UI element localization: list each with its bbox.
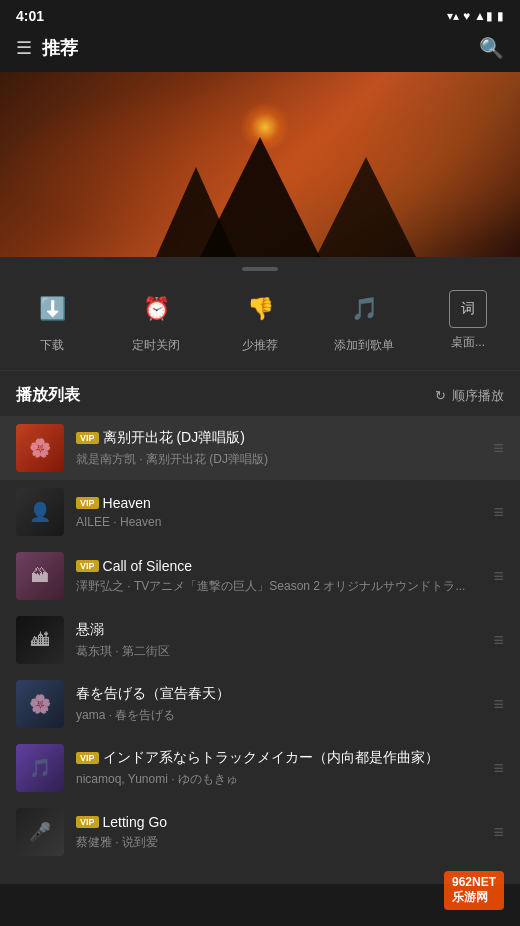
menu-icon[interactable]: ☰ — [16, 37, 32, 59]
track-subtitle: 就是南方凯 · 离别开出花 (DJ弹唱版) — [76, 451, 477, 468]
play-order-label: 顺序播放 — [452, 387, 504, 405]
track-info: VIP Heaven AILEE · Heaven — [76, 495, 477, 529]
page-title: 推荐 — [42, 36, 78, 60]
track-subtitle: 澤野弘之 · TVアニメ「進撃の巨人」Season 2 オリジナルサウンドトラ.… — [76, 578, 477, 595]
timer-button[interactable]: ⏰ 定时关闭 — [121, 287, 191, 354]
track-item[interactable]: 🏙 悬溺 葛东琪 · 第二街区 ≡ — [0, 608, 520, 672]
thumb-visual: 🏔 — [16, 552, 64, 600]
track-name: VIP Call of Silence — [76, 558, 477, 574]
add-playlist-label: 添加到歌单 — [334, 337, 394, 354]
track-info: 春を告げる（宣告春天） yama · 春を告げる — [76, 685, 477, 724]
track-name: VIP インドア系ならトラックメイカー（内向都是作曲家） — [76, 749, 477, 767]
track-name: VIP 离别开出花 (DJ弹唱版) — [76, 429, 477, 447]
track-subtitle: 蔡健雅 · 说到爱 — [76, 834, 477, 851]
thumb-visual: 🎤 — [16, 808, 64, 856]
track-subtitle: yama · 春を告げる — [76, 707, 477, 724]
shuffle-icon: ↻ — [435, 388, 446, 403]
drag-icon: ≡ — [489, 758, 504, 779]
vip-badge: VIP — [76, 752, 99, 764]
track-name: VIP Letting Go — [76, 814, 477, 830]
track-thumbnail: 🌸 — [16, 680, 64, 728]
drag-handle-bar — [242, 267, 278, 271]
network-icon: ▾▴ — [447, 9, 459, 23]
track-thumbnail: 🏙 — [16, 616, 64, 664]
track-name: 悬溺 — [76, 621, 477, 639]
track-thumbnail: 🏔 — [16, 552, 64, 600]
track-subtitle: 葛东琪 · 第二街区 — [76, 643, 477, 660]
vip-badge: VIP — [76, 560, 99, 572]
hero-banner — [0, 72, 520, 257]
status-time: 4:01 — [16, 8, 44, 24]
watermark: 962NET乐游网 — [444, 871, 504, 910]
drag-icon: ≡ — [489, 822, 504, 843]
track-item[interactable]: 🏔 VIP Call of Silence 澤野弘之 · TVアニメ「進撃の巨人… — [0, 544, 520, 608]
track-item[interactable]: 🌸 VIP 离别开出花 (DJ弹唱版) 就是南方凯 · 离别开出花 (DJ弹唱版… — [0, 416, 520, 480]
battery-icon: ▮ — [497, 9, 504, 23]
drag-handle[interactable] — [0, 257, 520, 277]
wifi-icon: ♥ — [463, 9, 470, 23]
desktop-icon: 词 — [449, 290, 487, 328]
track-item[interactable]: 🎵 VIP インドア系ならトラックメイカー（内向都是作曲家） nicamoq, … — [0, 736, 520, 800]
header: ☰ 推荐 🔍 — [0, 28, 520, 72]
dislike-label: 少推荐 — [242, 337, 278, 354]
status-icons: ▾▴ ♥ ▲▮ ▮ — [447, 9, 504, 23]
track-subtitle: AILEE · Heaven — [76, 515, 477, 529]
track-info: 悬溺 葛东琪 · 第二街区 — [76, 621, 477, 660]
download-icon: ⬇️ — [30, 287, 74, 331]
thumb-visual: 🎵 — [16, 744, 64, 792]
track-item[interactable]: 👤 VIP Heaven AILEE · Heaven ≡ — [0, 480, 520, 544]
track-name: VIP Heaven — [76, 495, 477, 511]
drag-icon: ≡ — [489, 438, 504, 459]
desktop-label: 桌面... — [451, 334, 485, 351]
dislike-button[interactable]: 👎 少推荐 — [225, 287, 295, 354]
drag-icon: ≡ — [489, 694, 504, 715]
drag-icon: ≡ — [489, 630, 504, 651]
track-list: 🌸 VIP 离别开出花 (DJ弹唱版) 就是南方凯 · 离别开出花 (DJ弹唱版… — [0, 416, 520, 884]
vip-badge: VIP — [76, 816, 99, 828]
playlist-header: 播放列表 ↻ 顺序播放 — [0, 371, 520, 416]
add-playlist-icon: 🎵 — [342, 287, 386, 331]
vip-badge: VIP — [76, 432, 99, 444]
thumb-visual: 🌸 — [16, 424, 64, 472]
header-left: ☰ 推荐 — [16, 36, 78, 60]
track-info: VIP Letting Go 蔡健雅 · 说到爱 — [76, 814, 477, 851]
track-thumbnail: 👤 — [16, 488, 64, 536]
track-subtitle: nicamoq, Yunomi · ゆのもきゅ — [76, 771, 477, 788]
hero-shape-left — [156, 167, 236, 257]
status-bar: 4:01 ▾▴ ♥ ▲▮ ▮ — [0, 0, 520, 28]
desktop-button[interactable]: 词 桌面... — [433, 290, 503, 351]
search-icon[interactable]: 🔍 — [479, 36, 504, 60]
download-button[interactable]: ⬇️ 下载 — [17, 287, 87, 354]
dislike-icon: 👎 — [238, 287, 282, 331]
track-info: VIP 离别开出花 (DJ弹唱版) 就是南方凯 · 离别开出花 (DJ弹唱版) — [76, 429, 477, 468]
vip-badge: VIP — [76, 497, 99, 509]
timer-label: 定时关闭 — [132, 337, 180, 354]
thumb-visual: 🏙 — [16, 616, 64, 664]
timer-icon: ⏰ — [134, 287, 178, 331]
track-name: 春を告げる（宣告春天） — [76, 685, 477, 703]
track-thumbnail: 🎵 — [16, 744, 64, 792]
hero-shape-right — [316, 157, 416, 257]
playlist-title: 播放列表 — [16, 385, 80, 406]
track-thumbnail: 🌸 — [16, 424, 64, 472]
add-to-playlist-button[interactable]: 🎵 添加到歌单 — [329, 287, 399, 354]
thumb-visual: 🌸 — [16, 680, 64, 728]
playlist-controls[interactable]: ↻ 顺序播放 — [435, 387, 504, 405]
track-item[interactable]: 🌸 春を告げる（宣告春天） yama · 春を告げる ≡ — [0, 672, 520, 736]
download-label: 下载 — [40, 337, 64, 354]
bottom-panel: ⬇️ 下载 ⏰ 定时关闭 👎 少推荐 🎵 添加到歌单 词 桌面... 播放列表 … — [0, 257, 520, 884]
track-thumbnail: 🎤 — [16, 808, 64, 856]
action-row: ⬇️ 下载 ⏰ 定时关闭 👎 少推荐 🎵 添加到歌单 词 桌面... — [0, 277, 520, 371]
signal-icon: ▲▮ — [474, 9, 493, 23]
track-info: VIP インドア系ならトラックメイカー（内向都是作曲家） nicamoq, Yu… — [76, 749, 477, 788]
thumb-visual: 👤 — [16, 488, 64, 536]
drag-icon: ≡ — [489, 502, 504, 523]
track-info: VIP Call of Silence 澤野弘之 · TVアニメ「進撃の巨人」S… — [76, 558, 477, 595]
drag-icon: ≡ — [489, 566, 504, 587]
track-item[interactable]: 🎤 VIP Letting Go 蔡健雅 · 说到爱 ≡ — [0, 800, 520, 864]
